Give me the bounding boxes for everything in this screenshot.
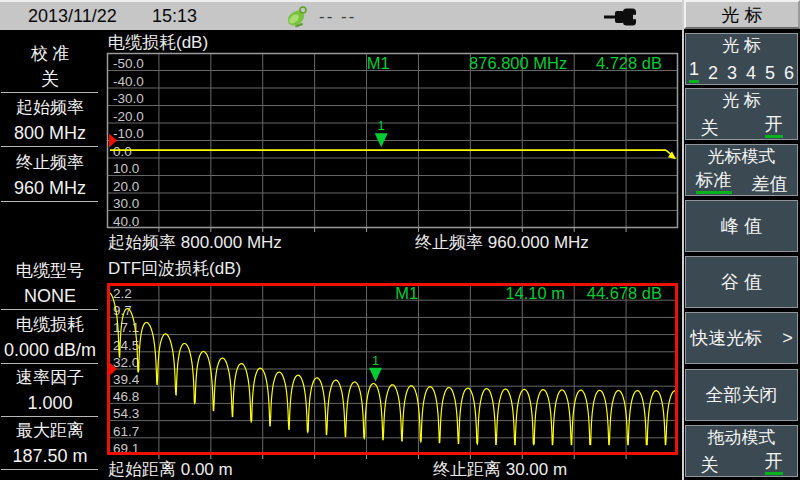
analyzer-screen: 2013/11/22 15:13 -- -- 校 准关起始频率800 MHz终止… xyxy=(0,0,800,480)
softkey-quick-marker[interactable]: 快速光标> xyxy=(685,312,798,364)
status-date: 2013/11/22 xyxy=(28,6,117,27)
dtf-return-loss-chart: 2.29.717.124.532.039.446.854.361.769.1M1… xyxy=(107,283,678,461)
y-tick-label: 46.8 xyxy=(113,389,139,404)
y-tick-label: 10.0 xyxy=(113,161,139,176)
separator xyxy=(1,309,98,310)
y-tick-label: -30.0 xyxy=(113,91,144,106)
setting-label: 电缆型号 xyxy=(0,260,100,282)
softkey-peak-value[interactable]: 峰 值 xyxy=(685,200,798,252)
softkey-option[interactable]: 拖动模式 xyxy=(708,428,776,448)
y-tick-label: 54.3 xyxy=(113,406,139,421)
setting-group: 起始频率800 MHz xyxy=(0,97,100,145)
setting-group: 电缆损耗0.000 dB/m xyxy=(0,314,100,362)
y-tick-label: 20.0 xyxy=(113,179,139,194)
marker-id-label: M1 xyxy=(367,54,390,72)
y-tick-label: -10.0 xyxy=(113,126,144,141)
softkey-option[interactable]: 2 xyxy=(708,63,718,83)
softkey-option-active[interactable]: 标准 xyxy=(696,170,732,194)
softkey-option[interactable]: 谷 值 xyxy=(721,272,762,292)
y-tick-label: 40.0 xyxy=(113,214,139,229)
setting-value: 800 MHz xyxy=(0,121,100,145)
separator xyxy=(1,146,98,147)
softkey-drag-mode[interactable]: 拖动模式关开 xyxy=(685,425,798,477)
y-tick-label: 24.5 xyxy=(113,338,139,353)
gps-status-text: -- -- xyxy=(319,7,356,27)
gps-antenna-icon xyxy=(283,4,311,34)
softkey-option[interactable]: 3 xyxy=(727,63,737,83)
softkey-option[interactable]: 关 xyxy=(701,118,719,138)
setting-group: 校 准关 xyxy=(0,43,100,91)
marker-y-readout: 4.728 dB xyxy=(596,54,662,72)
softkey-option[interactable]: 快速光标 xyxy=(690,328,762,348)
cable-loss-chart: -50.0-40.0-30.0-20.0-10.00.010.020.030.0… xyxy=(107,53,678,234)
softkey-all-off[interactable]: 全部关闭 xyxy=(685,369,798,421)
status-bar: 2013/11/22 15:13 -- -- xyxy=(0,0,683,30)
setting-value: 1.000 xyxy=(0,391,100,415)
sidebar-divider xyxy=(682,0,684,480)
stop-distance-readout: 终止距离 30.00 m xyxy=(433,458,567,480)
marker-number-label: 1 xyxy=(378,118,385,133)
marker-id-label: M1 xyxy=(395,284,418,302)
softkey-option-active[interactable]: 开 xyxy=(765,451,783,475)
setting-value: 960 MHz xyxy=(0,176,100,200)
softkey-option[interactable]: 光 标 xyxy=(722,91,761,111)
y-tick-label: 61.7 xyxy=(113,424,139,439)
separator xyxy=(1,416,98,417)
setting-value: 0.000 dB/m xyxy=(0,338,100,362)
softkey-option[interactable]: 6 xyxy=(784,63,794,83)
y-tick-label: 0.0 xyxy=(113,144,132,159)
marker-number-label: 1 xyxy=(372,353,379,368)
separator xyxy=(1,469,98,470)
separator xyxy=(1,201,98,202)
setting-label: 校 准 xyxy=(0,43,100,65)
softkey-marker-on-off[interactable]: 光 标关开 xyxy=(685,88,798,140)
softkey-option[interactable]: 光标模式 xyxy=(708,147,776,167)
y-tick-label: -50.0 xyxy=(113,56,144,71)
setting-label: 起始频率 xyxy=(0,97,100,119)
softkey-option[interactable]: 关 xyxy=(701,455,719,475)
setting-group: 最大距离187.50 m xyxy=(0,420,100,468)
setting-group: 电缆型号NONE xyxy=(0,260,100,308)
softkey-menu-title: 光 标 xyxy=(684,0,800,29)
separator xyxy=(1,92,98,93)
softkey-option[interactable]: 4 xyxy=(746,63,756,83)
setting-label: 电缆损耗 xyxy=(0,314,100,336)
softkey-marker-select[interactable]: 光 标123456 xyxy=(685,33,798,85)
softkey-option-active[interactable]: 1 xyxy=(689,59,699,83)
softkey-valley-value[interactable]: 谷 值 xyxy=(685,256,798,308)
softkey-menu-title-text: 光 标 xyxy=(721,3,762,27)
power-plug-icon xyxy=(604,8,640,30)
setting-group: 速率因子1.000 xyxy=(0,367,100,415)
setting-value: NONE xyxy=(0,284,100,308)
separator xyxy=(1,363,98,364)
softkey-marker-mode[interactable]: 光标模式标准差值 xyxy=(685,144,798,196)
y-tick-label: 39.4 xyxy=(113,372,140,387)
dtf-return-loss-title: DTF回波损耗(dB) xyxy=(108,257,241,280)
y-tick-label: -20.0 xyxy=(113,109,144,124)
start-frequency-readout: 起始频率 800.000 MHz xyxy=(108,231,282,254)
softkey-option[interactable]: > xyxy=(782,328,793,348)
marker-y-readout: 44.678 dB xyxy=(587,284,662,302)
softkey-option[interactable]: 全部关闭 xyxy=(706,385,778,405)
y-tick-label: 30.0 xyxy=(113,196,139,211)
y-tick-label: 2.2 xyxy=(113,286,132,301)
setting-label: 终止频率 xyxy=(0,152,100,174)
stop-frequency-readout: 终止频率 960.000 MHz xyxy=(415,231,589,254)
y-tick-label: -40.0 xyxy=(113,74,144,89)
marker-x-readout: 14.10 m xyxy=(505,284,565,302)
softkey-option-active[interactable]: 开 xyxy=(765,114,783,138)
start-distance-readout: 起始距离 0.00 m xyxy=(108,458,233,480)
softkey-option[interactable]: 5 xyxy=(765,63,775,83)
setting-value: 关 xyxy=(0,67,100,91)
marker-x-readout: 876.800 MHz xyxy=(469,54,567,72)
cable-loss-title: 电缆损耗(dB) xyxy=(108,31,208,54)
y-tick-label: 32.0 xyxy=(113,355,139,370)
status-time: 15:13 xyxy=(152,6,197,27)
softkey-option[interactable]: 峰 值 xyxy=(721,216,762,236)
softkey-option[interactable]: 差值 xyxy=(752,174,788,194)
setting-group: 终止频率960 MHz xyxy=(0,152,100,200)
setting-value: 187.50 m xyxy=(0,444,100,468)
setting-label: 速率因子 xyxy=(0,367,100,389)
setting-label: 最大距离 xyxy=(0,420,100,442)
softkey-option[interactable]: 光 标 xyxy=(722,36,761,56)
